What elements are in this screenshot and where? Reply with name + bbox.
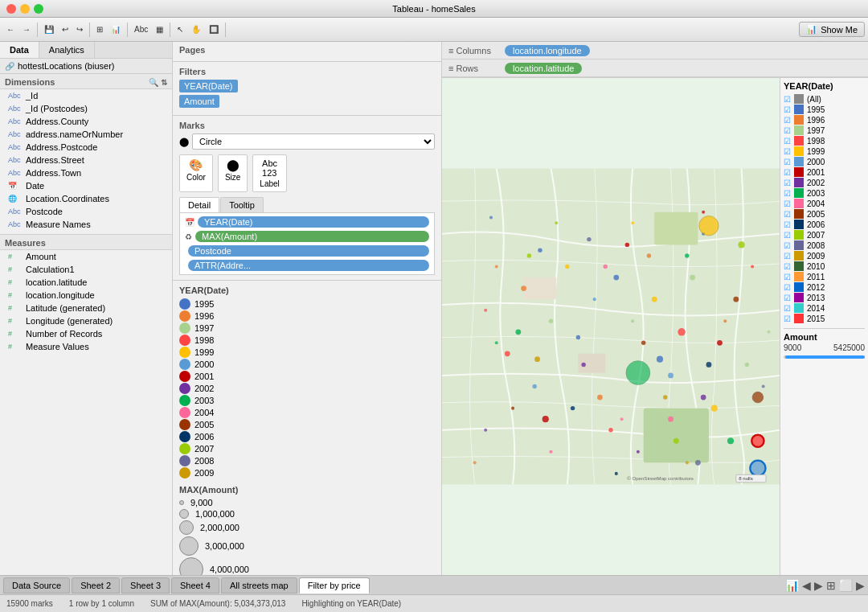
field-address-county[interactable]: AbcAddress.County — [0, 115, 172, 128]
right-legend-2010[interactable]: ☑2010 — [784, 261, 865, 271]
scroll-right-icon[interactable]: ▶ — [814, 579, 823, 592]
right-legend-2015[interactable]: ☑2015 — [784, 314, 865, 323]
back-button[interactable]: ← — [3, 21, 18, 39]
chart-button[interactable]: ▦ — [153, 21, 166, 39]
field-postcode[interactable]: AbcPostcode — [0, 205, 172, 218]
map-area[interactable]: © OpenStreetMap contributors 8 nulls — [442, 78, 780, 575]
search-icon[interactable]: 🔍 — [149, 78, 158, 87]
tab-filterbyprice[interactable]: Filter by price — [299, 577, 370, 594]
right-legend-2004[interactable]: ☑2004 — [784, 199, 865, 208]
field-location-latitude[interactable]: #location.latitude — [0, 276, 172, 289]
tab-analytics[interactable]: Analytics — [39, 42, 95, 58]
right-legend-2008[interactable]: ☑2008 — [784, 240, 865, 250]
tab-tooltip[interactable]: Tooltip — [220, 197, 264, 212]
color-button[interactable]: 🎨 Color — [179, 154, 213, 192]
field-latitude-generated[interactable]: #Latitude (generated) — [0, 302, 172, 314]
tab-detail[interactable]: Detail — [179, 197, 219, 212]
right-legend-2000[interactable]: ☑2000 — [784, 157, 865, 166]
mark-field-year[interactable]: 📅 YEAR(Date) — [182, 215, 432, 229]
check-all[interactable]: ☑ — [784, 95, 791, 104]
field-address-nameornumber[interactable]: Abcaddress.nameOrNumber — [0, 128, 172, 141]
amount-slider[interactable] — [784, 355, 865, 359]
measures-header: Measures — [0, 234, 172, 250]
mark-field-postcode[interactable]: Postcode — [182, 244, 432, 258]
field-longitude-generated[interactable]: #Longitude (generated) — [0, 314, 172, 327]
field-location-coordinates[interactable]: 🌐Location.Coordinates — [0, 192, 172, 205]
label-button[interactable]: Abc123 Label — [252, 154, 286, 192]
titlebar: Tableau - homeSales — [0, 0, 868, 18]
window-controls[interactable] — [6, 4, 43, 14]
right-legend-all[interactable]: ☑ (All) — [784, 94, 865, 104]
redo-button[interactable]: ↪ — [73, 21, 86, 39]
right-legend-1997[interactable]: ☑1997 — [784, 125, 865, 135]
tab-sheet3[interactable]: Sheet 3 — [121, 577, 170, 594]
filter-year[interactable]: YEAR(Date) — [179, 80, 238, 92]
present-icon[interactable]: ▶ — [856, 579, 865, 592]
close-button[interactable] — [6, 4, 16, 14]
field-measure-names[interactable]: AbcMeasure Names — [0, 218, 172, 231]
sort-icon[interactable]: ⇅ — [161, 78, 167, 87]
right-legend-1999[interactable]: ☑1999 — [784, 146, 865, 156]
maximize-button[interactable] — [34, 4, 43, 14]
right-legend-1998[interactable]: ☑1998 — [784, 136, 865, 146]
svg-point-63 — [555, 221, 558, 224]
field-amount[interactable]: #Amount — [0, 250, 172, 263]
tab-sheet2[interactable]: Sheet 2 — [72, 577, 120, 594]
filmstrip-icon[interactable]: ⬜ — [839, 579, 853, 592]
svg-point-37 — [604, 265, 608, 269]
field-date[interactable]: 📅Date — [0, 179, 172, 192]
tab-data[interactable]: Data — [0, 42, 39, 58]
mark-field-attr-address[interactable]: ATTR(Addre... — [182, 258, 432, 273]
field-id-postcodes[interactable]: Abc_Id (Postcodes) — [0, 102, 172, 115]
right-legend-2006[interactable]: ☑2006 — [784, 220, 865, 229]
filter-amount[interactable]: Amount — [179, 95, 219, 108]
field-calculation1[interactable]: #Calculation1 — [0, 263, 172, 276]
save-button[interactable]: 💾 — [41, 21, 57, 39]
pan-button[interactable]: ✋ — [188, 21, 204, 39]
main-area: Data Analytics 🔗 hottestLocations (biuse… — [0, 42, 868, 575]
scroll-left-icon[interactable]: ◀ — [802, 579, 811, 592]
marks-type-select[interactable]: Circle — [192, 133, 435, 150]
field-location-longitude[interactable]: #location.longitude — [0, 289, 172, 302]
right-legend-2011[interactable]: ☑2011 — [784, 272, 865, 281]
field-address-town[interactable]: AbcAddress.Town — [0, 166, 172, 179]
svg-point-21 — [751, 265, 754, 268]
data-source-label[interactable]: 🔗 hottestLocations (biuser) — [0, 59, 172, 74]
select-button[interactable]: ↖ — [174, 21, 186, 39]
new-sheet-icon[interactable]: 📊 — [785, 579, 799, 592]
tab-datasource[interactable]: Data Source — [3, 577, 70, 594]
right-legend-2005[interactable]: ☑2005 — [784, 209, 865, 219]
field-address-street[interactable]: AbcAddress.Street — [0, 154, 172, 166]
map-svg: © OpenStreetMap contributors 8 nulls — [442, 78, 780, 575]
newsheet-button[interactable]: 📊 — [108, 21, 124, 39]
tab-allstreets[interactable]: All streets map — [221, 577, 297, 594]
zoom-button[interactable]: 🔲 — [206, 21, 222, 39]
show-me-button[interactable]: 📊 Show Me — [799, 22, 865, 37]
swatch-all — [794, 94, 804, 104]
right-legend-2007[interactable]: ☑2007 — [784, 230, 865, 240]
tab-sheet4[interactable]: Sheet 4 — [171, 577, 219, 594]
right-legend-1995[interactable]: ☑1995 — [784, 105, 865, 114]
right-legend-2014[interactable]: ☑2014 — [784, 303, 865, 313]
right-legend-2003[interactable]: ☑2003 — [784, 188, 865, 198]
right-legend-2002[interactable]: ☑2002 — [784, 178, 865, 187]
field-address-postcode[interactable]: AbcAddress.Postcode — [0, 141, 172, 154]
right-legend-2013[interactable]: ☑2013 — [784, 293, 865, 302]
right-legend-1996[interactable]: ☑1996 — [784, 115, 865, 125]
grid-icon[interactable]: ⊞ — [826, 579, 836, 592]
mark-field-amount[interactable]: ♻ MAX(Amount) — [182, 229, 432, 244]
forward-button[interactable]: → — [19, 21, 34, 39]
right-legend-2009[interactable]: ☑2009 — [784, 251, 865, 261]
text-button[interactable]: Abc — [131, 21, 151, 39]
size-button[interactable]: ⬤ Size — [218, 154, 248, 192]
undo-button[interactable]: ↩ — [59, 21, 72, 39]
duplicate-button[interactable]: ⊞ — [93, 21, 106, 39]
field-number-of-records[interactable]: #Number of Records — [0, 327, 172, 340]
field-measure-values[interactable]: #Measure Values — [0, 340, 172, 353]
minimize-button[interactable] — [20, 4, 30, 14]
field-id[interactable]: Abc_Id — [0, 89, 172, 102]
right-legend-2001[interactable]: ☑2001 — [784, 167, 865, 177]
rows-pill[interactable]: location.latitude — [505, 63, 582, 74]
right-legend-2012[interactable]: ☑2012 — [784, 282, 865, 292]
columns-pill[interactable]: location.longitude — [505, 45, 590, 56]
